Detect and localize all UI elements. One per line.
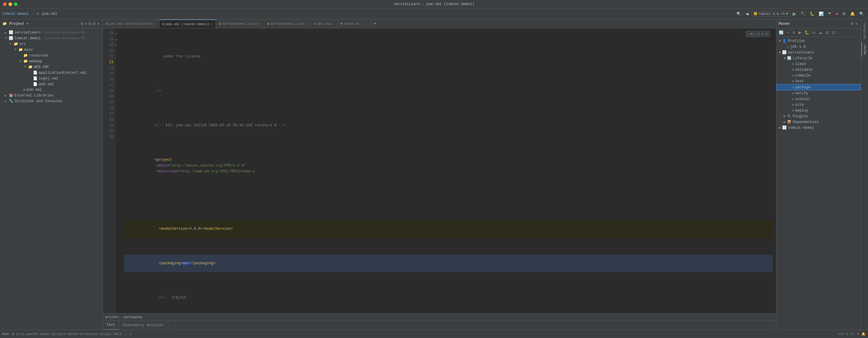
- scratches-icon: 🔧: [9, 99, 13, 103]
- tree-item-main[interactable]: ▼ 📁 main: [0, 47, 102, 53]
- code-editor[interactable]: 18 19 20 21 22 23 24 25 26 27 28 29 30 3…: [103, 28, 776, 313]
- maven-dependencies[interactable]: ▶ 📦 Dependencies: [776, 119, 861, 125]
- tab-close-4[interactable]: ✕: [332, 22, 334, 26]
- maven-lifecycle-install[interactable]: ▶ ⚙ install: [776, 96, 861, 102]
- maven-run-debug-btn[interactable]: 🐛: [803, 30, 810, 35]
- dependencies-label: Dependencies: [793, 120, 819, 124]
- maven-profile-jdk18[interactable]: ▶ ☑ jdk-1.8: [776, 44, 861, 50]
- profiles-arrow: ▼: [779, 39, 781, 43]
- maven-lifecycle-deploy[interactable]: ▶ ⚙ deploy: [776, 107, 861, 113]
- breadcrumb-project-label[interactable]: project: [105, 315, 119, 319]
- arrow-tomcat-demo1: ▼: [5, 37, 8, 40]
- maven-lifecycle-clean[interactable]: ▶ ⚙ clean: [776, 61, 861, 67]
- code-content[interactable]: under the License. --> <!-- $Id: pom.xml…: [120, 28, 776, 313]
- notifications-btn[interactable]: 🔔: [849, 11, 857, 17]
- stop-btn[interactable]: ■: [834, 11, 840, 17]
- maven-lifecycle-validate[interactable]: ▶ ⚙ validate: [776, 67, 861, 72]
- debug-btn[interactable]: 🐛: [808, 11, 816, 17]
- maven-plugins[interactable]: ▶ 🔌 Plugins: [776, 113, 861, 119]
- maven-add-btn[interactable]: +: [785, 30, 790, 35]
- tree-item-webinf[interactable]: ▼ 📁 WEB-INF: [0, 64, 102, 70]
- tab-servletdemo1-java[interactable]: C ServletDemo1.java ✕: [264, 19, 311, 28]
- minimize-button[interactable]: [8, 2, 12, 6]
- search-btn[interactable]: 🔍: [858, 11, 866, 17]
- jdk18-checkbox[interactable]: ☑: [787, 44, 789, 49]
- sidebar-dropdown-icon[interactable]: ▼: [27, 22, 29, 26]
- maven-close-btn[interactable]: ✕: [855, 22, 858, 26]
- nav-back-btn[interactable]: ◀: [744, 11, 750, 17]
- breadcrumb-project[interactable]: tomcat-demo1: [2, 12, 28, 16]
- editor-area: m pom.xml (servletLearn) ✕ m pom.xml (to…: [103, 19, 776, 330]
- window-title: servletLearn – pom.xml (tomcat-demo1): [394, 2, 474, 6]
- maven-settings-btn[interactable]: ⚙: [850, 22, 854, 26]
- tree-item-pomxml[interactable]: ▶ m pom.xml: [0, 87, 102, 93]
- profile-btn[interactable]: 📊: [817, 11, 825, 17]
- maven-lifecycle-site[interactable]: ▶ ⚙ site: [776, 102, 861, 107]
- maven-collapse-all-btn[interactable]: ⊟: [831, 30, 836, 35]
- search-everywhere-btn[interactable]: 🔍: [735, 11, 743, 17]
- tree-item-log4j[interactable]: ▶ 📄 log4j.xml: [0, 75, 102, 81]
- close-button[interactable]: [3, 2, 7, 6]
- servletlearn-icon: ⬜: [782, 50, 787, 55]
- maven-close-inline[interactable]: ✕: [754, 32, 756, 36]
- tab-pom-servletlearn[interactable]: m pom.xml (servletLearn) ✕: [103, 19, 159, 28]
- maximize-button[interactable]: [14, 2, 18, 6]
- maven-run-btn[interactable]: ▶: [797, 30, 803, 35]
- collapse-btn[interactable]: ⊟: [88, 22, 91, 26]
- maven-lifecycle-package[interactable]: ▶ ⚙ package: [776, 84, 861, 90]
- tree-item-servletlearn[interactable]: ▶ ⬜ servletLearn ~/Desktop/WorkSpace/研-: [0, 30, 102, 35]
- tree-item-tomcat-demo1[interactable]: ▼ ⬜ tomcat-demo1 ~/Desktop/WorkSpace/研-: [0, 35, 102, 41]
- tomcatdemo1-icon: ⬜: [782, 125, 787, 130]
- maven-servletlearn[interactable]: ▼ ⬜ servletLearn: [776, 50, 861, 55]
- close-sidebar-btn[interactable]: ✕: [97, 22, 100, 26]
- tab-close-2[interactable]: ✕: [259, 22, 261, 26]
- run-close-btn[interactable]: ✕: [130, 332, 132, 336]
- coverage-btn[interactable]: ☂: [826, 11, 833, 17]
- maven-tree: ▼ 👤 Profiles ▶ ☑ jdk-1.8 ▼ ⬜ servletL: [776, 37, 861, 330]
- arrow-webinf: ▼: [24, 65, 27, 69]
- maven-lifecycle[interactable]: ▼ 🔄 Lifecycle: [776, 55, 861, 61]
- tab-pom-tomcat[interactable]: m pom.xml (tomcat-demo1) ✕: [159, 19, 216, 28]
- maven-refresh-btn[interactable]: 🔄: [778, 30, 785, 35]
- maven-download-btn[interactable]: ⬇: [791, 30, 797, 35]
- sort-btn[interactable]: ≡: [85, 22, 87, 26]
- settings-sidebar-btn[interactable]: ⚙: [92, 22, 96, 26]
- tab-close-1[interactable]: ✕: [211, 22, 213, 26]
- maven-expand-btn[interactable]: ⊞: [824, 30, 830, 35]
- maven-tomcat-demo1[interactable]: ▶ ⬜ tomcat-demo1: [776, 125, 861, 131]
- tree-item-external-libs[interactable]: ▶ 📚 External Libraries: [0, 93, 102, 98]
- maven-profiles-section[interactable]: ▼ 👤 Profiles: [776, 38, 861, 44]
- tab-text[interactable]: Text: [103, 321, 119, 330]
- tab-close-5[interactable]: ✕: [367, 22, 369, 26]
- maven-lifecycle-verify[interactable]: ▶ ⚙ verify: [776, 90, 861, 96]
- tree-item-appcontext[interactable]: ▶ 📄 applicationContext.xml: [0, 70, 102, 75]
- tab-webxml[interactable]: x web.xml ✕: [311, 19, 338, 28]
- tab-close-0[interactable]: ✕: [154, 22, 156, 26]
- maven-lifecycle-test[interactable]: ▶ ⚙ test: [776, 78, 861, 84]
- tab-dependency-analyzer[interactable]: Dependency Analyzer: [119, 321, 168, 330]
- breadcrumb-packaging-label[interactable]: packaging: [124, 315, 142, 319]
- tab-close-3[interactable]: ✕: [306, 22, 308, 26]
- maven-skip-tests-btn[interactable]: m: [811, 30, 817, 35]
- tab-servletdemo1-class[interactable]: C ServletDemo1.class ✕: [216, 19, 264, 28]
- build-btn[interactable]: 🔨: [799, 11, 807, 17]
- scope-btn[interactable]: ⊕: [81, 22, 84, 26]
- tab-index-html[interactable]: h index.ht... ✕: [338, 19, 372, 28]
- tree-item-src[interactable]: ▼ 📁 src: [0, 41, 102, 47]
- package-icon: ⚙: [792, 85, 794, 89]
- maven-lifecycle-compile[interactable]: ▶ ⚙ compile: [776, 72, 861, 78]
- settings-btn[interactable]: ⚙: [841, 11, 847, 17]
- maven-toggle-offline-btn[interactable]: ☁: [817, 30, 824, 35]
- run-btn[interactable]: ▶: [791, 10, 798, 17]
- annotation-down-btn[interactable]: ∨: [765, 32, 768, 36]
- right-tab-maven[interactable]: Maven: [861, 42, 868, 57]
- annotation-up-btn[interactable]: ∧: [761, 32, 764, 36]
- tree-item-scratches[interactable]: ▶ 🔧 Scratches and Consoles: [0, 98, 102, 104]
- right-tab-database[interactable]: Database: [862, 21, 868, 41]
- tomcat-selector[interactable]: 🐱 Tomcat 9.0.75 ▼: [751, 11, 790, 17]
- tree-item-resources[interactable]: ▶ 📁 resources: [0, 53, 102, 58]
- tree-item-webxml[interactable]: ▶ 📄 web.xml: [0, 81, 102, 87]
- tree-item-webapp[interactable]: ▼ 📁 webapp: [0, 58, 102, 64]
- more-tabs-btn[interactable]: ▼: [372, 22, 378, 26]
- maven-panel: Maven ⚙ ✕ 🔄 + ⬇ ▶ 🐛 m ☁ ⊞: [776, 19, 861, 330]
